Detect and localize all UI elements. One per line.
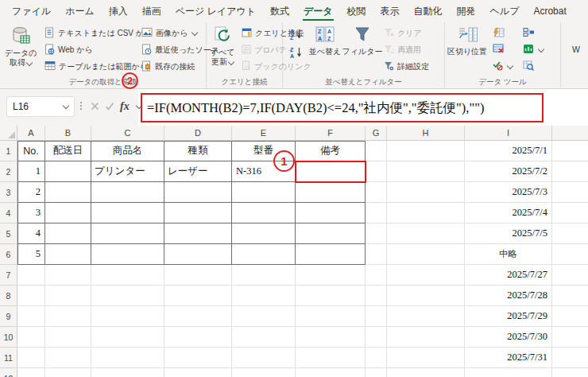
cell-I1[interactable]: 2025/7/1 xyxy=(465,141,552,161)
cell-F11[interactable] xyxy=(296,348,366,368)
cell-A11[interactable] xyxy=(17,348,45,368)
cell-C8[interactable] xyxy=(91,286,164,306)
row-header-4[interactable]: 4 xyxy=(0,203,17,223)
cell-H6[interactable] xyxy=(387,244,465,265)
cell-H11[interactable] xyxy=(387,348,465,368)
cell-I11[interactable]: 2025/7/31 xyxy=(465,348,552,368)
tab-review[interactable]: 校閲 xyxy=(340,0,373,22)
cell-G7[interactable] xyxy=(366,265,387,286)
cell-D3[interactable] xyxy=(164,182,232,203)
sort-ascending-button[interactable]: A Z xyxy=(287,26,304,42)
cell-C6[interactable] xyxy=(91,244,164,265)
row-header-3[interactable]: 3 xyxy=(0,182,17,203)
cell-F2[interactable] xyxy=(296,161,366,182)
cell-?2[interactable] xyxy=(552,161,588,182)
cell-I8[interactable]: 2025/7/28 xyxy=(465,286,552,306)
cell-E1[interactable]: 型番 xyxy=(232,141,296,161)
cell-C11[interactable] xyxy=(91,348,164,368)
cell-D5[interactable] xyxy=(164,223,232,244)
row-header-2[interactable]: 2 xyxy=(0,161,17,182)
cell-C4[interactable] xyxy=(91,203,164,223)
queries-connections-button[interactable]: クエリと接続 xyxy=(238,25,280,41)
cell-A3[interactable]: 2 xyxy=(17,182,45,203)
cell-A12[interactable] xyxy=(17,368,45,377)
remove-duplicates-button[interactable] xyxy=(489,41,520,58)
text-to-columns-button[interactable]: 区切り位置 xyxy=(445,22,489,56)
cell-F3[interactable] xyxy=(296,182,366,203)
enter-check-icon[interactable] xyxy=(105,99,114,114)
cell-F7[interactable] xyxy=(296,265,366,286)
column-header-F[interactable]: F xyxy=(296,126,366,141)
cell-H4[interactable] xyxy=(387,203,465,223)
cell-I7[interactable]: 2025/7/27 xyxy=(465,265,552,286)
cell-C5[interactable] xyxy=(91,223,164,244)
existing-connections-button[interactable]: 既存の接続 xyxy=(138,58,205,75)
cancel-icon[interactable] xyxy=(91,99,99,114)
cell-B4[interactable] xyxy=(45,203,91,223)
formula-highlight-box[interactable]: =IF(MONTH(B2)=7,IF(DAY(B2)<=24,"社内便","委託… xyxy=(141,93,544,122)
cell-F6[interactable] xyxy=(296,244,366,265)
cell-C9[interactable] xyxy=(91,306,164,327)
tab-insert[interactable]: 挿入 xyxy=(102,0,135,22)
cell-E3[interactable] xyxy=(232,182,296,203)
cell-F5[interactable] xyxy=(296,223,366,244)
cell-G5[interactable] xyxy=(366,223,387,244)
cell-D11[interactable] xyxy=(164,348,232,368)
cell-A4[interactable]: 3 xyxy=(17,203,45,223)
cell-E4[interactable] xyxy=(232,203,296,223)
cell-C7[interactable] xyxy=(91,265,164,286)
cell-B7[interactable] xyxy=(45,265,91,286)
cell-?9[interactable] xyxy=(552,306,588,327)
cell-E9[interactable] xyxy=(232,306,296,327)
from-table-range-button[interactable]: テーブルまたは範囲から xyxy=(41,58,138,75)
tab-file[interactable]: ファイル xyxy=(5,0,58,22)
cell-A2[interactable]: 1 xyxy=(17,161,45,182)
cell-?1[interactable] xyxy=(552,141,588,161)
cell-G8[interactable] xyxy=(366,286,387,306)
sort-descending-button[interactable]: Z A xyxy=(287,45,304,60)
cell-E11[interactable] xyxy=(232,348,296,368)
cell-D9[interactable] xyxy=(164,306,232,327)
cell-G4[interactable] xyxy=(366,203,387,223)
data-validation-button[interactable] xyxy=(489,58,520,75)
column-header-H[interactable]: H xyxy=(387,126,465,141)
cell-A7[interactable] xyxy=(17,265,45,286)
cell-B12[interactable] xyxy=(45,368,91,377)
cell-I5[interactable]: 2025/7/5 xyxy=(465,223,552,244)
cell-F10[interactable] xyxy=(296,327,366,348)
cell-H1[interactable] xyxy=(387,141,465,161)
cell-?12[interactable] xyxy=(552,368,588,377)
name-box[interactable]: L16 xyxy=(6,96,75,117)
row-header-10[interactable]: 10 xyxy=(0,327,17,348)
column-header-clipped[interactable] xyxy=(552,126,588,141)
cell-B3[interactable] xyxy=(45,182,91,203)
cell-?11[interactable] xyxy=(552,348,588,368)
cell-H7[interactable] xyxy=(387,265,465,286)
cell-A1[interactable]: No. xyxy=(17,141,45,161)
cell-E10[interactable] xyxy=(232,327,296,348)
cell-H3[interactable] xyxy=(387,182,465,203)
cell-B1[interactable]: 配送日 xyxy=(45,141,91,161)
cell-I6[interactable]: 中略 xyxy=(465,244,552,265)
select-all-corner[interactable] xyxy=(0,126,17,141)
cell-H12[interactable] xyxy=(387,368,465,377)
cell-D8[interactable] xyxy=(164,286,232,306)
cell-?7[interactable] xyxy=(552,265,588,286)
cell-?3[interactable] xyxy=(552,182,588,203)
filter-button[interactable]: フィルター xyxy=(344,22,381,56)
cell-B9[interactable] xyxy=(45,306,91,327)
cell-I4[interactable]: 2025/7/4 xyxy=(465,203,552,223)
row-header-1[interactable]: 1 xyxy=(0,141,17,161)
cell-G3[interactable] xyxy=(366,182,387,203)
cell-G9[interactable] xyxy=(366,306,387,327)
cell-F12[interactable] xyxy=(296,368,366,377)
column-header-I[interactable]: I xyxy=(465,126,552,141)
cell-E6[interactable] xyxy=(232,244,296,265)
cell-?5[interactable] xyxy=(552,223,588,244)
row-header-5[interactable]: 5 xyxy=(0,223,17,244)
cell-A5[interactable]: 4 xyxy=(17,223,45,244)
tab-draw[interactable]: 描画 xyxy=(135,0,168,22)
column-header-A[interactable]: A xyxy=(17,126,45,141)
cell-G6[interactable] xyxy=(366,244,387,265)
tab-data[interactable]: データ xyxy=(296,0,340,22)
